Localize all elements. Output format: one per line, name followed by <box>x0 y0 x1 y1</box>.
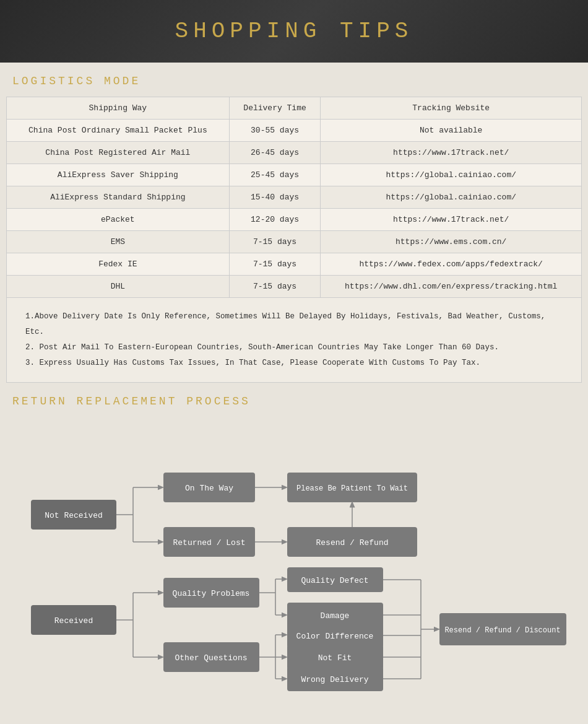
table-cell: DHL <box>7 276 230 298</box>
table-cell: 12-20 days <box>229 209 321 231</box>
other-questions-text: Other Questions <box>175 653 247 663</box>
table-cell: 7-15 days <box>229 253 321 276</box>
table-cell: https://global.cainiao.com/ <box>321 186 582 209</box>
please-be-patient-text: Please Be Patient To Wait <box>296 484 408 493</box>
table-cell: 15-40 days <box>229 186 321 209</box>
resend-refund-discount-text: Resend / Refund / Discount <box>444 626 560 635</box>
table-cell: https://www.17track.net/ <box>321 209 582 231</box>
table-cell: China Post Ordinary Small Packet Plus <box>7 120 230 142</box>
logistics-note: 2. Post Air Mail To Eastern-European Cou… <box>25 340 563 355</box>
logistics-title: LOGISTICS MODE <box>12 75 576 87</box>
logistics-notes: 1.Above Delivery Date Is Only Reference,… <box>6 298 582 383</box>
table-row: DHL7-15 dayshttps://www.dhl.com/en/expre… <box>7 276 582 298</box>
table-cell: 7-15 days <box>229 276 321 298</box>
color-difference-text: Color Difference <box>296 632 374 641</box>
table-cell: https://www.ems.com.cn/ <box>321 231 582 253</box>
table-row: Fedex IE7-15 dayshttps://www.fedex.com/a… <box>7 253 582 276</box>
quality-problems-text: Quality Problems <box>173 589 250 598</box>
col-header-tracking-website: Tracking Website <box>321 97 582 120</box>
table-row: EMS7-15 dayshttps://www.ems.com.cn/ <box>7 231 582 253</box>
table-row: AliExpress Saver Shipping25-45 dayshttps… <box>7 164 582 186</box>
page-title: SHOPPING TIPS <box>0 19 588 44</box>
flow-diagram: Not Received On The Way Returned / Lost … <box>6 417 582 717</box>
table-row: AliExpress Standard Shipping15-40 daysht… <box>7 186 582 209</box>
logistics-section: LOGISTICS MODE Shipping Way Delivery Tim… <box>0 75 588 383</box>
table-row: ePacket12-20 dayshttps://www.17track.net… <box>7 209 582 231</box>
table-cell: 26-45 days <box>229 142 321 164</box>
damage-text: Damage <box>321 611 350 621</box>
wrong-delivery-text: Wrong Delivery <box>301 675 368 684</box>
logistics-note: 1.Above Delivery Date Is Only Reference,… <box>25 309 563 340</box>
table-cell: https://www.fedex.com/apps/fedextrack/ <box>321 253 582 276</box>
col-header-delivery-time: Delivery Time <box>229 97 321 120</box>
table-cell: AliExpress Saver Shipping <box>7 164 230 186</box>
table-cell: ePacket <box>7 209 230 231</box>
table-cell: China Post Registered Air Mail <box>7 142 230 164</box>
on-the-way-text: On The Way <box>185 484 233 493</box>
table-row: China Post Ordinary Small Packet Plus30-… <box>7 120 582 142</box>
page-header: SHOPPING TIPS <box>0 0 588 63</box>
returned-lost-text: Returned / Lost <box>173 538 245 547</box>
table-cell: Fedex IE <box>7 253 230 276</box>
table-cell: https://global.cainiao.com/ <box>321 164 582 186</box>
resend-refund-text: Resend / Refund <box>316 538 388 547</box>
flow-svg-full: Not Received On The Way Returned / Lost … <box>19 435 576 696</box>
table-cell: https://www.dhl.com/en/express/tracking.… <box>321 276 582 298</box>
table-row: China Post Registered Air Mail26-45 days… <box>7 142 582 164</box>
table-cell: EMS <box>7 231 230 253</box>
return-title: RETURN REPLACEMENT PROCESS <box>12 395 576 408</box>
logistics-table: Shipping Way Delivery Time Tracking Webs… <box>6 97 582 298</box>
logistics-note: 3. Express Usually Has Customs Tax Issue… <box>25 355 563 371</box>
col-header-shipping-way: Shipping Way <box>7 97 230 120</box>
return-section: RETURN REPLACEMENT PROCESS Not Received … <box>0 395 588 724</box>
table-cell: AliExpress Standard Shipping <box>7 186 230 209</box>
table-cell: https://www.17track.net/ <box>321 142 582 164</box>
quality-defect-text: Quality Defect <box>301 576 368 585</box>
not-fit-text: Not Fit <box>318 653 352 663</box>
table-cell: Not available <box>321 120 582 142</box>
received-text: Received <box>54 616 93 626</box>
table-cell: 7-15 days <box>229 231 321 253</box>
not-received-text: Not Received <box>45 511 103 520</box>
table-cell: 30-55 days <box>229 120 321 142</box>
table-cell: 25-45 days <box>229 164 321 186</box>
